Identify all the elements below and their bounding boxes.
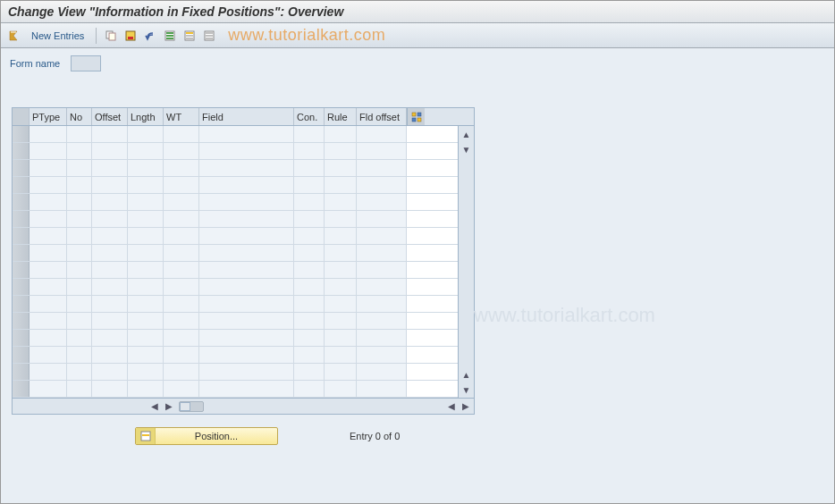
- cell-no[interactable]: [67, 194, 92, 210]
- cell-no[interactable]: [67, 381, 92, 397]
- cell-fldoff[interactable]: [357, 262, 407, 278]
- cell-ptype[interactable]: [30, 245, 67, 261]
- row-selector[interactable]: [13, 143, 30, 159]
- row-selector[interactable]: [13, 228, 30, 244]
- cell-no[interactable]: [67, 330, 92, 346]
- scroll-left-icon[interactable]: ◀: [148, 400, 161, 413]
- form-name-input[interactable]: [71, 55, 101, 71]
- cell-offset[interactable]: [92, 143, 128, 159]
- cell-wt[interactable]: [164, 245, 199, 261]
- cell-offset[interactable]: [92, 364, 128, 380]
- cell-no[interactable]: [67, 126, 92, 142]
- cell-ptype[interactable]: [30, 381, 67, 397]
- row-selector[interactable]: [13, 364, 30, 380]
- col-offset[interactable]: Offset: [92, 108, 128, 125]
- cell-ptype[interactable]: [30, 330, 67, 346]
- table-row[interactable]: [13, 364, 458, 381]
- row-selector[interactable]: [13, 126, 30, 142]
- cell-con[interactable]: [294, 262, 325, 278]
- cell-no[interactable]: [67, 313, 92, 329]
- cell-no[interactable]: [67, 245, 92, 261]
- table-config-icon[interactable]: [407, 108, 425, 125]
- table-row[interactable]: [13, 194, 458, 211]
- cell-fldoff[interactable]: [357, 228, 407, 244]
- table-row[interactable]: [13, 330, 458, 347]
- scroll-up-small-icon[interactable]: ▲: [460, 367, 474, 382]
- cell-fldoff[interactable]: [357, 211, 407, 227]
- cell-lngth[interactable]: [128, 296, 164, 312]
- cell-no[interactable]: [67, 262, 92, 278]
- cell-con[interactable]: [294, 279, 325, 295]
- cell-fldoff[interactable]: [357, 194, 407, 210]
- cell-no[interactable]: [67, 228, 92, 244]
- cell-fldoff[interactable]: [357, 364, 407, 380]
- table-row[interactable]: [13, 313, 458, 330]
- cell-wt[interactable]: [164, 228, 199, 244]
- cell-offset[interactable]: [92, 330, 128, 346]
- cell-wt[interactable]: [164, 194, 199, 210]
- cell-lngth[interactable]: [128, 126, 164, 142]
- cell-no[interactable]: [67, 296, 92, 312]
- cell-con[interactable]: [294, 160, 325, 176]
- cell-field[interactable]: [199, 143, 294, 159]
- cell-con[interactable]: [294, 347, 325, 363]
- cell-field[interactable]: [199, 160, 294, 176]
- cell-fldoff[interactable]: [357, 177, 407, 193]
- cell-con[interactable]: [294, 330, 325, 346]
- cell-no[interactable]: [67, 364, 92, 380]
- table-row[interactable]: [13, 296, 458, 313]
- table-row[interactable]: [13, 347, 458, 364]
- cell-offset[interactable]: [92, 160, 128, 176]
- col-fld-offset[interactable]: Fld offset: [357, 108, 407, 125]
- row-selector[interactable]: [13, 313, 30, 329]
- toggle-icon[interactable]: [6, 28, 22, 44]
- col-wt[interactable]: WT: [164, 108, 199, 125]
- cell-rule[interactable]: [325, 143, 357, 159]
- cell-con[interactable]: [294, 296, 325, 312]
- cell-fldoff[interactable]: [357, 126, 407, 142]
- table-row[interactable]: [13, 381, 458, 398]
- cell-no[interactable]: [67, 143, 92, 159]
- cell-fldoff[interactable]: [357, 296, 407, 312]
- cell-offset[interactable]: [92, 228, 128, 244]
- cell-lngth[interactable]: [128, 262, 164, 278]
- cell-wt[interactable]: [164, 364, 199, 380]
- cell-lngth[interactable]: [128, 313, 164, 329]
- table-row[interactable]: [13, 279, 458, 296]
- cell-fldoff[interactable]: [357, 143, 407, 159]
- cell-field[interactable]: [199, 211, 294, 227]
- cell-rule[interactable]: [325, 381, 357, 397]
- cell-offset[interactable]: [92, 177, 128, 193]
- cell-no[interactable]: [67, 279, 92, 295]
- cell-ptype[interactable]: [30, 194, 67, 210]
- cell-ptype[interactable]: [30, 296, 67, 312]
- cell-offset[interactable]: [92, 296, 128, 312]
- cell-ptype[interactable]: [30, 262, 67, 278]
- cell-field[interactable]: [199, 381, 294, 397]
- cell-con[interactable]: [294, 228, 325, 244]
- cell-ptype[interactable]: [30, 126, 67, 142]
- col-no[interactable]: No: [67, 108, 92, 125]
- cell-field[interactable]: [199, 228, 294, 244]
- select-all-icon[interactable]: [162, 28, 178, 44]
- cell-offset[interactable]: [92, 313, 128, 329]
- cell-rule[interactable]: [325, 177, 357, 193]
- cell-offset[interactable]: [92, 262, 128, 278]
- row-selector[interactable]: [13, 296, 30, 312]
- col-field[interactable]: Field: [199, 108, 294, 125]
- select-all-column[interactable]: [13, 108, 30, 125]
- cell-lngth[interactable]: [128, 347, 164, 363]
- cell-con[interactable]: [294, 177, 325, 193]
- cell-fldoff[interactable]: [357, 245, 407, 261]
- cell-offset[interactable]: [92, 381, 128, 397]
- row-selector[interactable]: [13, 330, 30, 346]
- cell-field[interactable]: [199, 313, 294, 329]
- cell-field[interactable]: [199, 177, 294, 193]
- cell-lngth[interactable]: [128, 381, 164, 397]
- cell-wt[interactable]: [164, 313, 199, 329]
- scroll-up-icon[interactable]: ▲: [460, 127, 474, 141]
- table-row[interactable]: [13, 160, 458, 177]
- cell-field[interactable]: [199, 296, 294, 312]
- cell-offset[interactable]: [92, 279, 128, 295]
- cell-field[interactable]: [199, 194, 294, 210]
